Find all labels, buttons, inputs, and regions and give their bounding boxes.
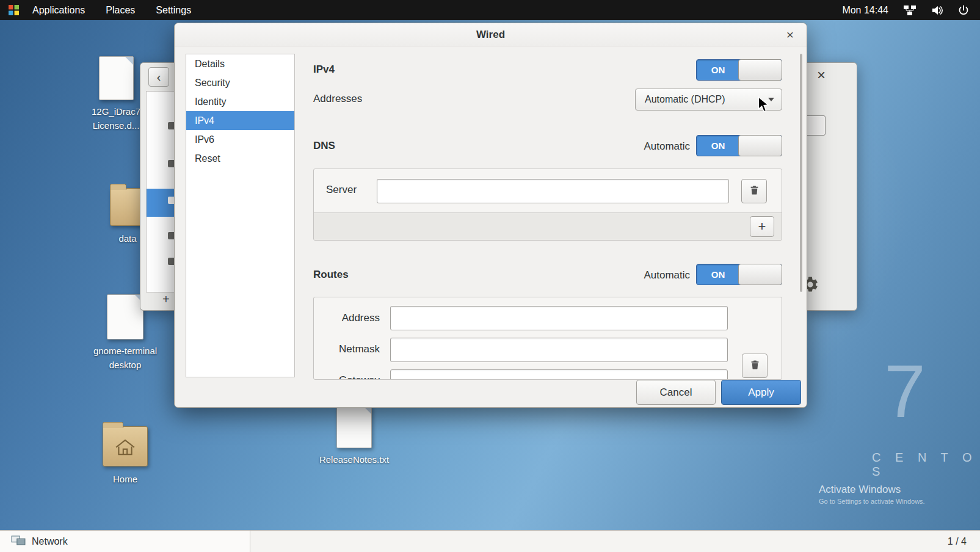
- desktop-icon-label: desktop: [109, 358, 142, 372]
- sidebar-item-security[interactable]: Security: [186, 73, 294, 92]
- sidebar-item-identity[interactable]: Identity: [186, 92, 294, 111]
- dns-section-label: DNS: [313, 140, 335, 152]
- toggle-on-label: ON: [697, 264, 739, 285]
- delete-server-button[interactable]: [741, 179, 767, 203]
- wired-settings-dialog: Wired × Details Security Identity IPv4 I…: [174, 23, 807, 408]
- route-address-label: Address: [326, 312, 380, 324]
- routes-toggle[interactable]: ON: [696, 264, 782, 285]
- dns-frame-toolbar: +: [314, 212, 782, 240]
- routes-section-label: Routes: [313, 269, 349, 281]
- desktop-icon-label: 12G_iDrac7: [92, 105, 140, 119]
- route-netmask-input[interactable]: [390, 338, 728, 362]
- desktop-icon-home[interactable]: Home: [76, 421, 174, 487]
- workspace-indicator: 1 / 4: [948, 536, 967, 547]
- taskbar-item-network[interactable]: Network: [0, 531, 250, 552]
- bottom-taskbar: Network 1 / 4: [0, 530, 980, 552]
- route-gateway-input[interactable]: [390, 369, 728, 380]
- desktop-icon-label: License.d...: [93, 119, 140, 133]
- trash-icon: [749, 185, 760, 198]
- add-dns-server-button[interactable]: +: [750, 216, 774, 237]
- distro-logo-icon: [9, 5, 19, 15]
- document-icon: [99, 56, 134, 100]
- ipv4-toggle[interactable]: ON: [696, 59, 782, 81]
- document-icon: [107, 294, 143, 340]
- network-settings-window-right-edge: ×: [807, 62, 857, 311]
- volume-icon[interactable]: [931, 5, 943, 16]
- server-label: Server: [326, 184, 357, 196]
- taskbar-item-label: Network: [32, 536, 68, 547]
- route-netmask-label: Netmask: [326, 343, 380, 355]
- menu-places[interactable]: Places: [106, 5, 135, 16]
- top-bar: Applications Places Settings Mon 14:44: [0, 0, 980, 20]
- window-close-icon[interactable]: ×: [817, 68, 826, 82]
- gear-icon[interactable]: [807, 275, 819, 296]
- sidebar-item-details[interactable]: Details: [186, 54, 294, 73]
- toggle-on-label: ON: [697, 136, 739, 156]
- desktop-icon-label: data: [118, 232, 136, 246]
- network-settings-window-left-edge: ‹ +: [140, 62, 175, 311]
- menu-settings[interactable]: Settings: [156, 5, 191, 16]
- addresses-dropdown-value: Automatic (DHCP): [645, 94, 725, 105]
- sidebar-item-ipv6[interactable]: IPv6: [186, 130, 294, 149]
- routes-automatic-label: Automatic: [629, 269, 690, 281]
- toggle-knob[interactable]: [738, 264, 782, 285]
- dialog-sidebar: Details Security Identity IPv4 IPv6 Rese…: [186, 54, 295, 377]
- dns-toggle[interactable]: ON: [696, 135, 782, 156]
- centos-numeral-watermark: 7: [884, 354, 926, 429]
- desktop-icon-label: ReleaseNotes.txt: [319, 453, 389, 467]
- desktop-icon-label: Home: [113, 473, 137, 487]
- button-fragment: [807, 115, 826, 136]
- dialog-scrollbar[interactable]: [800, 54, 802, 292]
- centos-brand-watermark: C E N T O S: [872, 451, 980, 479]
- house-icon: [114, 438, 136, 458]
- activate-line2: Go to Settings to activate Windows.: [819, 498, 925, 505]
- activate-line1: Activate Windows: [819, 484, 925, 496]
- addresses-label: Addresses: [313, 93, 362, 105]
- connection-list-fragment: [146, 91, 175, 292]
- trash-icon: [750, 360, 760, 372]
- dialog-titlebar: Wired ×: [175, 23, 807, 46]
- plus-icon: +: [758, 220, 766, 233]
- toggle-knob[interactable]: [738, 59, 782, 81]
- topbar-status-area: Mon 14:44: [842, 5, 969, 16]
- ipv4-section-label: IPv4: [313, 64, 335, 76]
- dialog-close-icon[interactable]: ×: [782, 27, 798, 43]
- desktop-screen: Applications Places Settings Mon 14:44: [0, 0, 980, 552]
- dialog-title: Wired: [476, 29, 505, 41]
- desktop-icon-release-notes[interactable]: ReleaseNotes.txt: [302, 405, 406, 467]
- home-folder-icon: [103, 426, 148, 467]
- sidebar-item-ipv4[interactable]: IPv4: [186, 111, 294, 130]
- toggle-on-label: ON: [697, 60, 739, 80]
- routes-frame: Address Netmask Gateway: [313, 297, 782, 380]
- clock[interactable]: Mon 14:44: [842, 5, 888, 16]
- activate-windows-notice: Activate Windows Go to Settings to activ…: [819, 484, 925, 505]
- toggle-knob[interactable]: [738, 135, 782, 156]
- back-button[interactable]: ‹: [148, 67, 169, 87]
- network-tree-icon[interactable]: [903, 5, 916, 16]
- power-icon[interactable]: [958, 5, 969, 16]
- apply-button[interactable]: Apply: [721, 380, 801, 405]
- dns-server-input[interactable]: [377, 179, 729, 203]
- document-icon: [336, 405, 372, 448]
- route-address-input[interactable]: [390, 306, 728, 330]
- dns-automatic-label: Automatic: [629, 140, 690, 153]
- sidebar-item-reset[interactable]: Reset: [186, 149, 294, 168]
- dns-server-frame: Server +: [313, 169, 782, 241]
- menu-applications[interactable]: Applications: [32, 5, 85, 16]
- route-gateway-label: Gateway: [326, 374, 380, 380]
- mouse-cursor: [757, 96, 771, 116]
- cancel-button[interactable]: Cancel: [636, 380, 716, 405]
- add-connection-button[interactable]: +: [162, 292, 170, 307]
- topbar-menus: Applications Places Settings: [9, 5, 191, 16]
- delete-route-button[interactable]: [742, 354, 768, 378]
- network-window-icon: [11, 535, 26, 548]
- desktop-icon-label: gnome-terminal: [93, 344, 157, 358]
